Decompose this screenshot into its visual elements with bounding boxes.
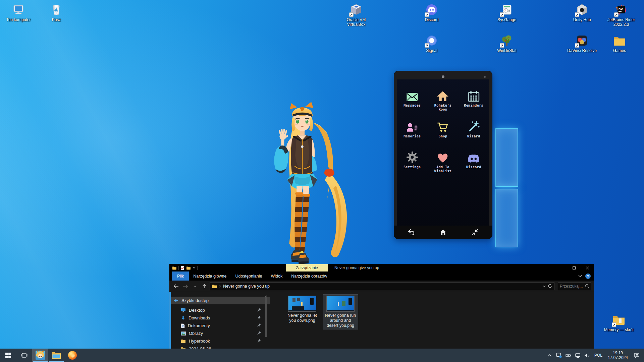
tray-battery-icon[interactable]: [564, 349, 573, 362]
sidebar-scrollbar[interactable]: [265, 292, 268, 356]
phone-app-shop[interactable]: Shop: [428, 117, 459, 148]
forward-button[interactable]: [181, 282, 190, 290]
sidebar-item-pictures[interactable]: Obrazy: [169, 329, 270, 337]
tab-view[interactable]: Widok: [266, 272, 287, 281]
shortcut-arrow-icon: [614, 12, 619, 17]
phone-app-wizard[interactable]: Wizard: [458, 117, 489, 148]
new-folder-icon[interactable]: [186, 266, 191, 270]
phone-app-reminders[interactable]: Reminders: [458, 86, 489, 117]
desktop-icon-memery[interactable]: Memery — skrót: [602, 313, 636, 332]
shortcut-arrow-icon: [575, 12, 579, 17]
tab-file[interactable]: Plik: [172, 272, 189, 281]
file-list-pane[interactable]: Never gonna let you down.png Never gonna…: [270, 292, 594, 356]
recent-locations-chevron-icon[interactable]: [191, 282, 199, 290]
home-icon[interactable]: [436, 228, 450, 237]
maximize-button[interactable]: [567, 264, 581, 272]
desktop-icon-games[interactable]: Games: [603, 34, 636, 53]
desktop-icon-discord[interactable]: Discord: [415, 3, 448, 22]
sidebar-accent-scrollbar[interactable]: [169, 292, 171, 356]
back-icon[interactable]: [405, 228, 418, 237]
sidebar-item-quick-access[interactable]: Szybki dostęp: [169, 297, 270, 304]
wallpaper-window-pane: [495, 128, 518, 187]
up-button[interactable]: [200, 282, 208, 290]
taskbar-app-kohaku[interactable]: [32, 349, 48, 362]
tray-volume-icon[interactable]: [583, 349, 592, 362]
person-icon: [406, 117, 418, 132]
sidebar-item-desktop[interactable]: Desktop: [169, 306, 270, 314]
action-center-button[interactable]: [631, 349, 643, 362]
desktop-icon-label: Ten komputer: [6, 17, 31, 22]
desktop-icon-unity-hub[interactable]: Unity Hub: [565, 3, 599, 22]
pin-icon[interactable]: [257, 331, 261, 336]
chevron-down-icon[interactable]: [193, 267, 196, 269]
phone-app-discord[interactable]: Discord: [458, 148, 489, 179]
pin-icon[interactable]: [257, 308, 261, 313]
sidebar-item-downloads[interactable]: Downloads: [169, 314, 270, 322]
taskbar-app-explorer[interactable]: [48, 349, 64, 362]
phone-app-memories[interactable]: Memories: [397, 117, 428, 148]
folder-icon: [612, 313, 625, 326]
folder-icon: [613, 34, 626, 47]
desktop-icon-signal[interactable]: Signal: [415, 34, 448, 53]
search-box[interactable]: [558, 282, 591, 290]
pin-icon[interactable]: [257, 339, 261, 344]
taskbar-clock[interactable]: 19:19 17.07.2024: [605, 351, 631, 360]
phone-app-kohakus-room[interactable]: Kohaku's Room: [428, 86, 459, 117]
tray-network-icon[interactable]: [574, 349, 582, 362]
ribbon-right-controls: ?: [578, 272, 591, 281]
desktop-icon-rider[interactable]: RD JetBrains Rider 2022.2.3: [603, 3, 640, 27]
back-button[interactable]: [172, 282, 180, 290]
close-button[interactable]: [581, 264, 594, 272]
computer-icon: [12, 3, 25, 16]
task-view-button[interactable]: [16, 349, 32, 362]
shortcut-arrow-icon: [500, 43, 504, 48]
desktop-icon-windirstat[interactable]: WinDirStat: [490, 34, 524, 53]
phone-app-settings[interactable]: Settings: [397, 148, 428, 179]
help-button[interactable]: ?: [585, 274, 591, 279]
desktop-icon-this-pc[interactable]: Ten komputer: [2, 3, 35, 22]
file-item-selected[interactable]: Never gonna run around and desert you.pn…: [323, 295, 358, 329]
language-indicator[interactable]: POL: [592, 353, 604, 358]
desktop-icon-label: Discord: [425, 17, 439, 22]
shortcut-arrow-icon: [425, 43, 429, 48]
folder-icon: [181, 339, 186, 343]
phone-app-messages[interactable]: Messages: [397, 86, 428, 117]
pin-icon[interactable]: [257, 315, 261, 321]
shortcut-arrow-icon: [500, 12, 504, 17]
collapse-icon[interactable]: [468, 228, 482, 237]
scrollbar-thumb[interactable]: [265, 297, 267, 337]
desktop-icon-davinci[interactable]: DaVinci Resolve: [565, 34, 599, 53]
refresh-icon[interactable]: [548, 284, 552, 288]
desktop-icon-sysgauge[interactable]: SysGauge: [490, 3, 524, 22]
search-icon: [585, 284, 589, 288]
search-input[interactable]: [560, 284, 585, 289]
tab-picture-tools[interactable]: Narzędzia obrazów: [287, 272, 331, 281]
properties-icon[interactable]: [180, 266, 184, 270]
folder-icon[interactable]: [172, 266, 177, 270]
start-button[interactable]: [0, 349, 16, 362]
phone-app-add-to-wishlist[interactable]: Add To Wishlist: [428, 148, 459, 179]
phone-app-label: Kohaku's Room: [431, 104, 454, 112]
explorer-body: Szybki dostęp Desktop Downloads Dokument…: [169, 292, 594, 356]
file-item[interactable]: Never gonna let you down.png: [285, 295, 320, 324]
tray-device-update-icon[interactable]: [555, 349, 564, 362]
sidebar-item-hyperbook[interactable]: Hyperbook: [169, 337, 270, 345]
kohaku-character[interactable]: [270, 102, 354, 265]
task-view-icon: [21, 353, 28, 358]
desktop-icon-virtualbox[interactable]: Oracle VM VirtualBox: [339, 3, 373, 27]
phone-app-label: Shop: [439, 134, 447, 138]
ribbon-collapse-icon[interactable]: [578, 275, 582, 277]
minimize-button[interactable]: [554, 264, 567, 272]
address-field[interactable]: Never gonna give you up: [210, 282, 554, 290]
desktop-icon-recycle-bin[interactable]: Kosz: [40, 3, 73, 22]
taskbar-app-firefox[interactable]: [64, 349, 80, 362]
tray-chevron-up-icon[interactable]: [545, 349, 554, 362]
explorer-title-bar[interactable]: Zarządzanie Never gonna give you up: [169, 264, 594, 272]
pin-icon[interactable]: [257, 323, 261, 328]
maximize-icon: [573, 266, 576, 269]
address-dropdown-chevron-icon[interactable]: [543, 285, 546, 287]
tab-share[interactable]: Udostępnianie: [231, 272, 267, 281]
sidebar-item-documents[interactable]: Dokumenty: [169, 322, 270, 329]
sidebar-item-label: Hyperbook: [189, 339, 210, 344]
tab-home[interactable]: Narzędzia główne: [189, 272, 231, 281]
